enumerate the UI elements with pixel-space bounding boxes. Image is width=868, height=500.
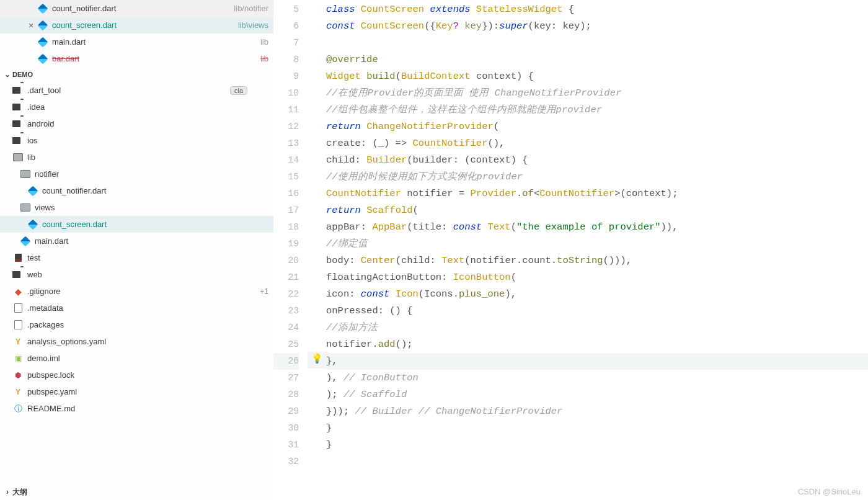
tree-file[interactable]: .metadata [0, 300, 273, 316]
tree-folder[interactable]: ios [0, 132, 273, 149]
folder-icon [12, 269, 24, 280]
tree-folder[interactable]: android [0, 115, 273, 132]
file-icon [12, 319, 24, 331]
folder-icon [12, 85, 24, 96]
tree-folder[interactable]: .dart_tool cla [0, 82, 273, 99]
tree-folder-open[interactable]: lib [0, 149, 273, 166]
folder-icon [12, 102, 24, 113]
folder-icon [12, 118, 24, 130]
editor-file-name: bar.dart [52, 54, 257, 63]
watermark: CSDN @SinoLeu [798, 487, 861, 496]
tree-label: main.dart [35, 236, 268, 246]
yaml-icon [12, 386, 24, 398]
tree-label: .gitignore [27, 287, 260, 296]
folder-icon [12, 135, 24, 146]
outline-section[interactable]: › 大纲 [0, 484, 273, 500]
open-editor-item-deleted[interactable]: bar.dart lib [0, 50, 273, 67]
dart-icon [37, 3, 48, 14]
tree-label: .idea [27, 102, 268, 112]
project-name: DEMO [12, 71, 33, 78]
git-badge: +1 [260, 287, 268, 296]
tree-label: README.md [27, 404, 268, 413]
open-editor-item[interactable]: main.dart lib [0, 33, 273, 50]
dart-icon [37, 20, 48, 31]
tree-folder[interactable]: test [0, 249, 273, 266]
chevron-down-icon: ⌄ [2, 70, 12, 79]
tree-label: count_notifier.dart [42, 186, 268, 195]
git-icon [12, 286, 24, 297]
folder-open-icon [20, 169, 31, 180]
tree-folder[interactable]: web [0, 266, 273, 283]
dart-icon [27, 185, 38, 197]
open-editor-item-active[interactable]: × count_screen.dart lib\views [0, 17, 273, 33]
tree-file[interactable]: main.dart [0, 233, 273, 249]
editor-file-name: count_screen.dart [52, 20, 234, 30]
dart-icon [20, 236, 31, 247]
open-editors: count_notifier.dart lib/notifier × count… [0, 0, 273, 67]
file-icon [12, 303, 24, 314]
dart-icon [37, 53, 48, 65]
tree-label: test [27, 253, 268, 262]
editor-file-path: lib\views [238, 20, 268, 30]
file-tree: .dart_tool cla .idea android ios lib not… [0, 82, 273, 417]
tree-file[interactable]: README.md [0, 400, 273, 417]
tree-file[interactable]: analysis_options.yaml [0, 333, 273, 350]
dart-icon [27, 219, 38, 230]
tree-label: pubspec.lock [27, 370, 268, 380]
tree-label: count_screen.dart [42, 220, 268, 229]
editor-file-path: lib [260, 54, 268, 63]
tree-label: ios [27, 136, 268, 145]
tree-file[interactable]: pubspec.lock [0, 367, 273, 383]
tree-file[interactable]: count_notifier.dart [0, 182, 273, 199]
tree-folder[interactable]: .idea [0, 99, 273, 115]
tree-file-active[interactable]: count_screen.dart [0, 216, 273, 233]
folder-open-icon [20, 202, 31, 213]
project-section-header[interactable]: ⌄ DEMO [0, 67, 273, 82]
chevron-right-icon: › [2, 488, 12, 496]
close-icon[interactable]: × [25, 20, 37, 30]
tree-label: demo.iml [27, 354, 268, 363]
editor-file-path: lib/notifier [234, 4, 268, 13]
tree-file[interactable]: pubspec.yaml [0, 383, 273, 400]
tree-label: web [27, 270, 268, 279]
gutter-extra: 💡 [308, 0, 326, 500]
tree-label: pubspec.yaml [27, 387, 268, 396]
tree-label: views [35, 203, 268, 212]
lock-icon [12, 370, 24, 381]
info-icon [12, 403, 24, 414]
tree-label: lib [27, 153, 268, 162]
code-area[interactable]: class CountScreen extends StatelessWidge… [326, 0, 868, 500]
editor-file-name: main.dart [52, 37, 257, 47]
open-editor-item[interactable]: count_notifier.dart lib/notifier [0, 0, 273, 17]
tree-label: android [27, 119, 268, 128]
tree-folder-open[interactable]: views [0, 199, 273, 216]
code-editor[interactable]: 5678910111213141516171819202122232425262… [273, 0, 868, 500]
folder-open-icon [12, 152, 24, 163]
tree-file[interactable]: .packages [0, 316, 273, 333]
tree-label: analysis_options.yaml [27, 337, 268, 346]
tree-label: notifier [35, 169, 268, 179]
sidebar: count_notifier.dart lib/notifier × count… [0, 0, 273, 500]
tree-file[interactable]: demo.iml [0, 350, 273, 367]
editor-file-path: lib [260, 37, 268, 47]
editor-file-name: count_notifier.dart [52, 4, 230, 13]
tree-label: .packages [27, 320, 268, 329]
iml-icon [12, 353, 24, 364]
tree-label: .metadata [27, 303, 268, 313]
folder-icon [12, 252, 24, 264]
tree-file[interactable]: .gitignore+1 [0, 283, 273, 300]
badge: cla [230, 86, 247, 95]
line-gutter: 5678910111213141516171819202122232425262… [273, 0, 308, 500]
yaml-icon [12, 336, 24, 347]
outline-label: 大纲 [12, 487, 27, 498]
tree-folder-open[interactable]: notifier [0, 166, 273, 182]
dart-icon [37, 37, 48, 48]
